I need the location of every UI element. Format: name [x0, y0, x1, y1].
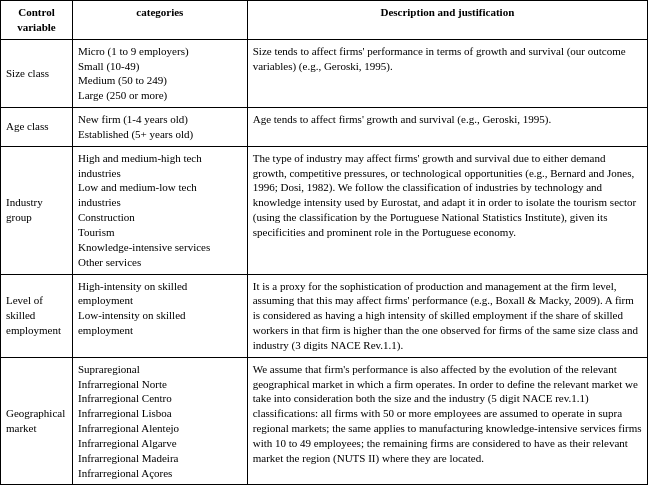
- row-categories-industry-group: High and medium-high tech industriesLow …: [72, 146, 247, 274]
- row-categories-geographical-market: SupraregionalInfrarregional NorteInfrarr…: [72, 357, 247, 485]
- table-row: Geographical marketSupraregionalInfrarre…: [1, 357, 648, 485]
- table-row: Size classMicro (1 to 9 employers)Small …: [1, 39, 648, 107]
- row-description-age-class: Age tends to affect firms' growth and su…: [247, 108, 647, 147]
- row-categories-size-class: Micro (1 to 9 employers)Small (10-49)Med…: [72, 39, 247, 107]
- row-label-size-class: Size class: [1, 39, 73, 107]
- row-description-size-class: Size tends to affect firms' performance …: [247, 39, 647, 107]
- table-row: Age classNew firm (1-4 years old)Establi…: [1, 108, 648, 147]
- header-categories: categories: [72, 1, 247, 40]
- header-control-variable: Control variable: [1, 1, 73, 40]
- row-description-geographical-market: We assume that firm's performance is als…: [247, 357, 647, 485]
- header-description: Description and justification: [247, 1, 647, 40]
- row-categories-skilled-employment: High-intensity on skilled employmentLow-…: [72, 274, 247, 357]
- row-label-skilled-employment: Level of skilled employment: [1, 274, 73, 357]
- table-row: Industry groupHigh and medium-high tech …: [1, 146, 648, 274]
- row-categories-age-class: New firm (1-4 years old)Established (5+ …: [72, 108, 247, 147]
- row-label-industry-group: Industry group: [1, 146, 73, 274]
- row-description-industry-group: The type of industry may affect firms' g…: [247, 146, 647, 274]
- row-description-skilled-employment: It is a proxy for the sophistication of …: [247, 274, 647, 357]
- row-label-age-class: Age class: [1, 108, 73, 147]
- row-label-geographical-market: Geographical market: [1, 357, 73, 485]
- table-row: Level of skilled employmentHigh-intensit…: [1, 274, 648, 357]
- main-table: Control variable categories Description …: [0, 0, 648, 485]
